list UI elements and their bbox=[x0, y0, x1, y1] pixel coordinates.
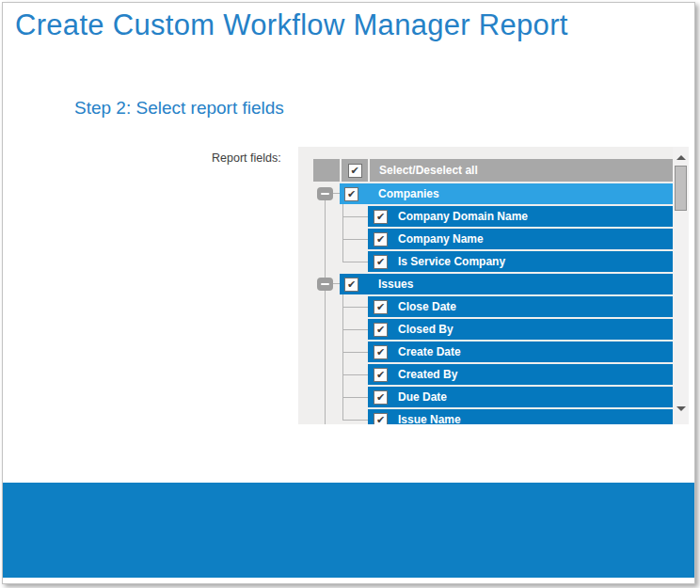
checkbox-icon[interactable]: ✔ bbox=[374, 368, 388, 382]
tree-connector-line bbox=[342, 329, 368, 330]
tree-row[interactable]: ✔Company Domain Name bbox=[368, 206, 673, 227]
tree-connector-line bbox=[342, 294, 343, 420]
tree-connector-line bbox=[342, 374, 368, 375]
wizard-footer-bar: Previous Next bbox=[3, 483, 694, 578]
select-all-label: Select/Deselect all bbox=[370, 159, 673, 182]
tree-row[interactable]: ✔Issue Name bbox=[368, 409, 673, 424]
select-all-checkbox-icon[interactable]: ✔ bbox=[348, 164, 362, 178]
wizard-window: Create Custom Workflow Manager Report St… bbox=[2, 2, 695, 584]
checkbox-icon[interactable]: ✔ bbox=[374, 210, 388, 224]
tree-row[interactable]: ✔Created By bbox=[368, 364, 673, 385]
checkbox-icon[interactable]: ✔ bbox=[374, 232, 388, 246]
tree-row-label: Create Date bbox=[398, 345, 461, 358]
report-fields-label: Report fields: bbox=[212, 151, 281, 165]
tree-row-label: Due Date bbox=[398, 390, 447, 404]
scroll-down-icon[interactable] bbox=[676, 406, 686, 411]
tree-connector-line bbox=[342, 262, 368, 262]
tree-row-label: Issues bbox=[378, 278, 413, 291]
tree-row-label: Company Name bbox=[398, 232, 484, 246]
tree-connector-line bbox=[342, 307, 368, 308]
tree-connector-line bbox=[342, 239, 368, 240]
scrollbar[interactable] bbox=[673, 147, 689, 424]
tree-connector-line bbox=[325, 194, 326, 424]
tree-row-label: Companies bbox=[378, 187, 439, 200]
checkbox-icon[interactable]: ✔ bbox=[344, 278, 358, 292]
tree-row[interactable]: ✔Create Date bbox=[368, 342, 673, 362]
checkbox-icon[interactable]: ✔ bbox=[344, 187, 358, 201]
tree-row[interactable]: ✔Company Name bbox=[368, 229, 673, 249]
tree-connector-line bbox=[333, 193, 340, 194]
step-heading: Step 2: Select report fields bbox=[74, 98, 284, 119]
collapse-icon[interactable] bbox=[317, 278, 333, 291]
tree-row[interactable]: ✔Close Date bbox=[368, 296, 673, 317]
tree-row-label: Is Service Company bbox=[398, 255, 505, 268]
tree-connector-line bbox=[342, 397, 368, 398]
tree-connector-line bbox=[342, 204, 343, 262]
page-title: Create Custom Workflow Manager Report bbox=[15, 8, 568, 42]
checkbox-icon[interactable]: ✔ bbox=[374, 390, 388, 405]
tree-row-label: Issue Name bbox=[398, 413, 461, 424]
tree-row[interactable]: ✔Due Date bbox=[368, 387, 673, 407]
checkbox-icon[interactable]: ✔ bbox=[374, 323, 388, 337]
collapse-icon[interactable] bbox=[317, 187, 333, 200]
tree-row-label: Created By bbox=[398, 368, 457, 381]
tree-row-label: Close Date bbox=[398, 300, 456, 313]
checkbox-icon[interactable]: ✔ bbox=[374, 255, 388, 269]
checkbox-icon[interactable]: ✔ bbox=[374, 345, 388, 359]
report-fields-panel: ✔ Select/Deselect all ✔Companies✔Company… bbox=[298, 147, 689, 424]
select-all-header-row[interactable]: ✔ Select/Deselect all bbox=[313, 159, 673, 182]
checkbox-icon[interactable]: ✔ bbox=[374, 300, 388, 314]
scrollbar-thumb[interactable] bbox=[675, 166, 687, 211]
tree-row[interactable]: ✔Companies bbox=[340, 183, 673, 204]
tree-row[interactable]: ✔Closed By bbox=[368, 319, 673, 340]
tree-connector-line bbox=[342, 420, 368, 421]
header-checkbox-cell: ✔ bbox=[342, 159, 368, 182]
scroll-up-icon[interactable] bbox=[676, 155, 686, 160]
tree-row-label: Closed By bbox=[398, 323, 453, 336]
tree-connector-line bbox=[333, 283, 340, 284]
header-spacer-cell bbox=[313, 159, 340, 182]
tree-row[interactable]: ✔Is Service Company bbox=[368, 251, 673, 272]
tree-connector-line bbox=[342, 352, 368, 353]
checkbox-icon[interactable]: ✔ bbox=[374, 413, 388, 425]
tree-row[interactable]: ✔Issues bbox=[340, 274, 673, 294]
tree-row-label: Company Domain Name bbox=[398, 210, 528, 223]
tree-connector-line bbox=[342, 216, 368, 217]
